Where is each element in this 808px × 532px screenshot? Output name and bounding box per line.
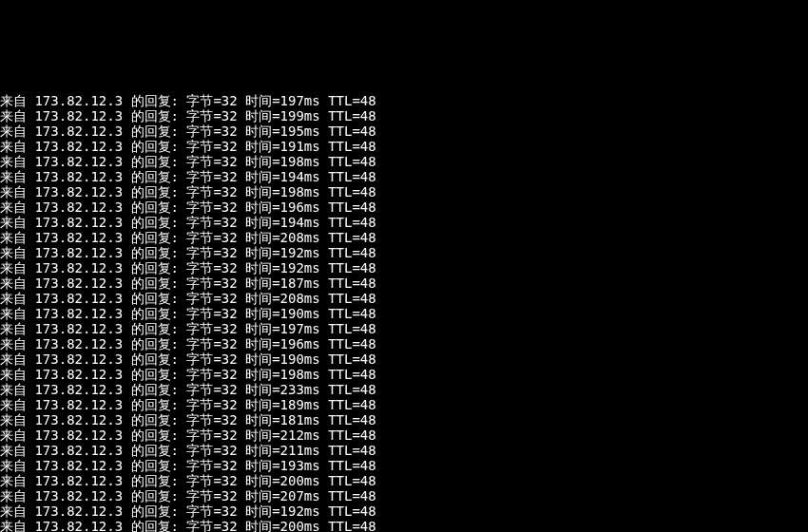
ping-reply-line: 来自 173.82.12.3 的回复: 字节=32 时间=190ms TTL=4… bbox=[0, 352, 808, 367]
ping-reply-line: 来自 173.82.12.3 的回复: 字节=32 时间=207ms TTL=4… bbox=[0, 488, 808, 504]
ping-reply-line: 来自 173.82.12.3 的回复: 字节=32 时间=193ms TTL=4… bbox=[0, 458, 808, 473]
ping-reply-line: 来自 173.82.12.3 的回复: 字节=32 时间=211ms TTL=4… bbox=[0, 443, 808, 458]
ping-reply-line: 来自 173.82.12.3 的回复: 字节=32 时间=189ms TTL=4… bbox=[0, 397, 808, 412]
ping-reply-line: 来自 173.82.12.3 的回复: 字节=32 时间=200ms TTL=4… bbox=[0, 473, 808, 488]
ping-reply-line: 来自 173.82.12.3 的回复: 字节=32 时间=192ms TTL=4… bbox=[0, 504, 808, 519]
ping-reply-line: 来自 173.82.12.3 的回复: 字节=32 时间=198ms TTL=4… bbox=[0, 154, 808, 169]
ping-reply-line: 来自 173.82.12.3 的回复: 字节=32 时间=233ms TTL=4… bbox=[0, 382, 808, 397]
ping-reply-line: 来自 173.82.12.3 的回复: 字节=32 时间=194ms TTL=4… bbox=[0, 169, 808, 184]
ping-reply-line: 来自 173.82.12.3 的回复: 字节=32 时间=198ms TTL=4… bbox=[0, 184, 808, 200]
ping-reply-line: 来自 173.82.12.3 的回复: 字节=32 时间=197ms TTL=4… bbox=[0, 93, 808, 108]
ping-reply-line: 来自 173.82.12.3 的回复: 字节=32 时间=200ms TTL=4… bbox=[0, 519, 808, 532]
terminal-output: 来自 173.82.12.3 的回复: 字节=32 时间=197ms TTL=4… bbox=[0, 63, 808, 532]
ping-reply-line: 来自 173.82.12.3 的回复: 字节=32 时间=212ms TTL=4… bbox=[0, 428, 808, 443]
ping-reply-line: 来自 173.82.12.3 的回复: 字节=32 时间=195ms TTL=4… bbox=[0, 124, 808, 139]
ping-reply-line: 来自 173.82.12.3 的回复: 字节=32 时间=208ms TTL=4… bbox=[0, 230, 808, 245]
ping-reply-line: 来自 173.82.12.3 的回复: 字节=32 时间=187ms TTL=4… bbox=[0, 276, 808, 291]
ping-reply-line: 来自 173.82.12.3 的回复: 字节=32 时间=192ms TTL=4… bbox=[0, 260, 808, 276]
ping-reply-line: 来自 173.82.12.3 的回复: 字节=32 时间=196ms TTL=4… bbox=[0, 336, 808, 352]
ping-reply-line: 来自 173.82.12.3 的回复: 字节=32 时间=199ms TTL=4… bbox=[0, 108, 808, 124]
ping-replies: 来自 173.82.12.3 的回复: 字节=32 时间=197ms TTL=4… bbox=[0, 93, 808, 532]
ping-reply-line: 来自 173.82.12.3 的回复: 字节=32 时间=191ms TTL=4… bbox=[0, 139, 808, 154]
ping-reply-line: 来自 173.82.12.3 的回复: 字节=32 时间=192ms TTL=4… bbox=[0, 245, 808, 260]
ping-reply-line: 来自 173.82.12.3 的回复: 字节=32 时间=181ms TTL=4… bbox=[0, 412, 808, 428]
ping-reply-line: 来自 173.82.12.3 的回复: 字节=32 时间=208ms TTL=4… bbox=[0, 291, 808, 306]
ping-reply-line: 来自 173.82.12.3 的回复: 字节=32 时间=196ms TTL=4… bbox=[0, 200, 808, 215]
ping-reply-line: 来自 173.82.12.3 的回复: 字节=32 时间=190ms TTL=4… bbox=[0, 306, 808, 321]
ping-reply-line: 来自 173.82.12.3 的回复: 字节=32 时间=194ms TTL=4… bbox=[0, 215, 808, 230]
ping-reply-line: 来自 173.82.12.3 的回复: 字节=32 时间=198ms TTL=4… bbox=[0, 367, 808, 382]
ping-reply-line: 来自 173.82.12.3 的回复: 字节=32 时间=197ms TTL=4… bbox=[0, 321, 808, 336]
